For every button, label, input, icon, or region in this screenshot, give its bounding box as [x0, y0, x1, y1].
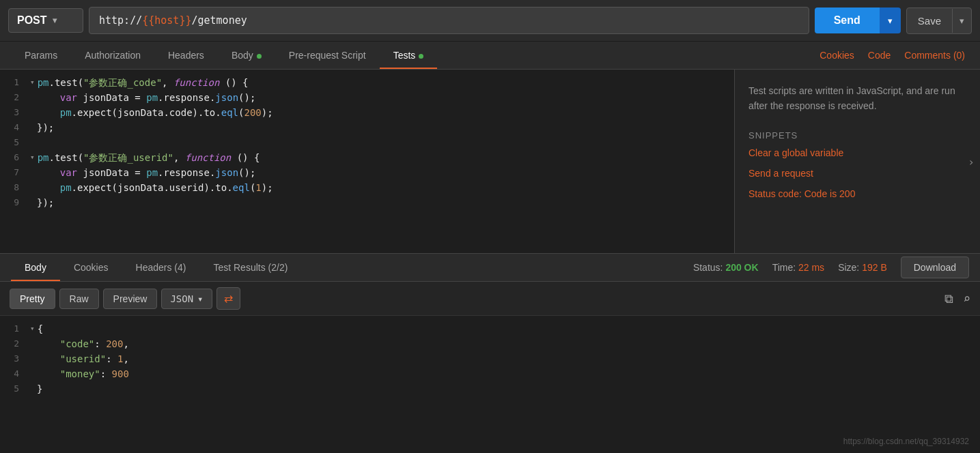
method-label: POST [17, 14, 47, 27]
code-line-5: 5 [0, 135, 734, 150]
code-editor[interactable]: 1 ▾ pm.test("参数正确_code", function () { 2… [0, 70, 734, 253]
size-value: 192 B [862, 262, 887, 273]
tab-link-cookies[interactable]: Cookies [815, 42, 858, 69]
size-label: Size: 192 B [838, 262, 887, 273]
code-line-3: 3 pm.expect(jsonData.code).to.eql(200); [0, 105, 734, 120]
code-line-8: 8 pm.expect(jsonData.userid).to.eql(1); [0, 180, 734, 195]
tab-pre-request[interactable]: Pre-request Script [275, 42, 380, 69]
search-icon[interactable]: ⌕ [963, 291, 970, 306]
format-dropdown[interactable]: JSON ▾ [161, 289, 212, 309]
code-line-6: 6 ▾ pm.test("参数正确_userid", function () { [0, 150, 734, 165]
snippet-clear-global[interactable]: Clear a global variable [748, 147, 966, 158]
tab-authorization-label: Authorization [85, 50, 141, 61]
method-chevron: ▾ [53, 16, 57, 25]
time-value: 22 ms [798, 262, 824, 273]
top-bar: POST ▾ http://{{host}}/getmoney Send ▾ S… [0, 0, 980, 42]
send-dropdown-button[interactable]: ▾ [880, 8, 901, 33]
preview-button[interactable]: Preview [103, 289, 158, 309]
download-button[interactable]: Download [901, 257, 969, 278]
code-line-4: 4 }); [0, 120, 734, 135]
response-tab-test-results-label: Test Results (2/2) [213, 262, 288, 273]
toolbar-right: ⧉ ⌕ [944, 291, 970, 306]
code-line-1: 1 ▾ pm.test("参数正确_code", function () { [0, 75, 734, 90]
tabs-right: Cookies Code Comments (0) [815, 42, 969, 69]
tab-authorization[interactable]: Authorization [71, 42, 154, 69]
response-tab-test-results[interactable]: Test Results (2/2) [199, 254, 301, 281]
response-toolbar: Pretty Raw Preview JSON ▾ ⇄ ⧉ ⌕ [0, 282, 980, 316]
watermark: https://blog.csdn.net/qq_39314932 [843, 437, 969, 446]
tabs-left: Params Authorization Headers Body Pre-re… [11, 42, 815, 69]
wrap-button[interactable]: ⇄ [216, 287, 240, 310]
response-tab-headers[interactable]: Headers (4) [122, 254, 200, 281]
tab-link-code[interactable]: Code [864, 42, 895, 69]
response-tab-cookies-label: Cookies [74, 262, 109, 273]
response-tab-cookies[interactable]: Cookies [60, 254, 122, 281]
bottom-tabs-bar: Body Cookies Headers (4) Test Results (2… [0, 254, 980, 282]
code-line-7: 7 var jsonData = pm.response.json(); [0, 165, 734, 180]
copy-icon[interactable]: ⧉ [944, 291, 953, 306]
tab-pre-request-label: Pre-request Script [289, 50, 366, 61]
response-tab-body[interactable]: Body [11, 254, 60, 281]
response-code: 1 ▾ { 2 "code": 200, 3 "userid": 1, [0, 316, 980, 402]
wrap-icon: ⇄ [224, 293, 233, 304]
snippet-status-code[interactable]: Status code: Code is 200 [748, 188, 966, 199]
snippets-hint: Test scripts are written in JavaScript, … [748, 83, 966, 114]
tab-body[interactable]: Body [218, 42, 275, 69]
tab-link-comments[interactable]: Comments (0) [900, 42, 969, 69]
url-host: {{host}} [142, 14, 191, 27]
resp-line-2: 2 "code": 200, [0, 336, 980, 351]
bottom-area: Pretty Raw Preview JSON ▾ ⇄ ⧉ ⌕ 1 ▾ [0, 282, 980, 453]
snippets-label: SNIPPETS [748, 130, 966, 141]
collapse-panel-button[interactable]: › [962, 149, 980, 173]
status-label: Status: 200 OK [693, 262, 759, 273]
tab-headers[interactable]: Headers [154, 42, 218, 69]
resp-line-1: 1 ▾ { [0, 321, 980, 336]
method-select[interactable]: POST ▾ [8, 8, 83, 33]
raw-button[interactable]: Raw [59, 289, 99, 309]
response-tab-body-label: Body [25, 262, 46, 273]
tab-body-label: Body [232, 50, 253, 61]
response-tabs-left: Body Cookies Headers (4) Test Results (2… [11, 254, 693, 281]
save-btn-group: Save ▾ [906, 8, 972, 34]
resp-line-5: 5 } [0, 381, 980, 396]
status-value: 200 OK [725, 262, 758, 273]
time-label: Time: 22 ms [772, 262, 825, 273]
save-dropdown-button[interactable]: ▾ [952, 9, 971, 33]
save-button[interactable]: Save [907, 8, 952, 33]
response-tab-headers-label: Headers (4) [136, 262, 186, 273]
resp-line-4: 4 "money": 900 [0, 366, 980, 381]
resp-line-3: 3 "userid": 1, [0, 351, 980, 366]
url-prefix: http:// [99, 14, 142, 27]
code-line-9: 9 }); [0, 195, 734, 210]
format-chevron: ▾ [197, 293, 203, 304]
send-btn-group: Send ▾ [815, 8, 901, 33]
format-label: JSON [170, 293, 193, 304]
main-area: 1 ▾ pm.test("参数正确_code", function () { 2… [0, 70, 980, 254]
url-display[interactable]: http://{{host}}/getmoney [89, 7, 809, 34]
tab-headers-label: Headers [168, 50, 204, 61]
send-button[interactable]: Send [815, 8, 880, 33]
url-suffix: /getmoney [191, 14, 247, 27]
code-line-2: 2 var jsonData = pm.response.json(); [0, 90, 734, 105]
bottom-status: Status: 200 OK Time: 22 ms Size: 192 B D… [693, 257, 969, 278]
tab-tests[interactable]: Tests [380, 42, 438, 69]
body-dot [257, 54, 262, 59]
snippets-panel: Test scripts are written in JavaScript, … [734, 70, 980, 253]
tab-params-label: Params [25, 50, 57, 61]
tab-params[interactable]: Params [11, 42, 71, 69]
tab-tests-label: Tests [393, 50, 416, 61]
pretty-button[interactable]: Pretty [10, 289, 55, 309]
code-lines: 1 ▾ pm.test("参数正确_code", function () { 2… [0, 70, 734, 216]
response-panel: 1 ▾ { 2 "code": 200, 3 "userid": 1, [0, 316, 980, 453]
tests-dot [419, 54, 423, 59]
snippet-send-request[interactable]: Send a request [748, 168, 966, 179]
tabs-bar: Params Authorization Headers Body Pre-re… [0, 42, 980, 70]
